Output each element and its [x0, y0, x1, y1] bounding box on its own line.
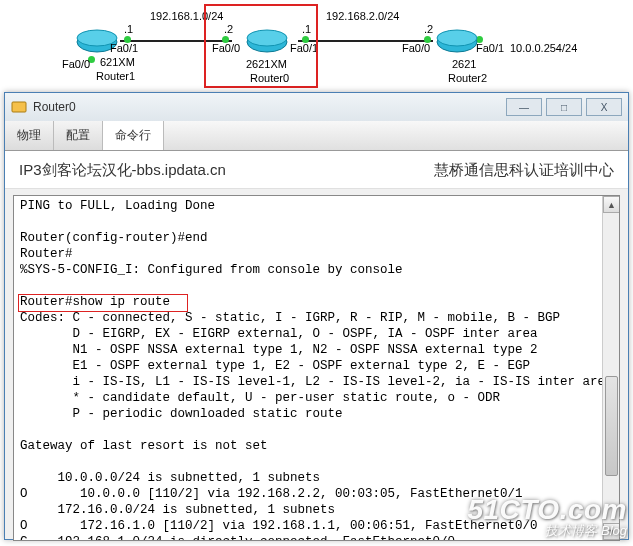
- terminal-scrollbar[interactable]: ▲ ▼: [602, 196, 619, 540]
- terminal-output[interactable]: PING to FULL, Loading Done Router(config…: [14, 196, 619, 541]
- scroll-up-button[interactable]: ▲: [603, 196, 620, 213]
- port-label: Fa0/1: [110, 42, 138, 54]
- headline-left: IP3剑客论坛汉化-bbs.ipdata.cn: [19, 161, 226, 180]
- maximize-button[interactable]: □: [546, 98, 582, 116]
- minimize-button[interactable]: —: [506, 98, 542, 116]
- port-label: Fa0/1: [476, 42, 504, 54]
- window-title: Router0: [33, 100, 502, 114]
- tab-bar: 物理 配置 命令行: [5, 121, 628, 151]
- selection-highlight: [204, 4, 318, 88]
- terminal-pane[interactable]: PING to FULL, Loading Done Router(config…: [13, 195, 620, 541]
- endpoint-label: .1: [124, 23, 133, 35]
- router-model: 2621: [452, 58, 476, 70]
- headline-right: 慧桥通信思科认证培训中心: [434, 161, 614, 180]
- router-window: Router0 — □ X 物理 配置 命令行 IP3剑客论坛汉化-bbs.ip…: [4, 92, 629, 540]
- router-label: Router1: [96, 70, 135, 82]
- endpoint-label: .2: [424, 23, 433, 35]
- tab-config[interactable]: 配置: [54, 121, 103, 150]
- port-label: Fa0/0: [62, 58, 90, 70]
- tab-physical[interactable]: 物理: [5, 121, 54, 150]
- watermark: 51CTO.com 技术博客 Blog: [467, 494, 627, 540]
- titlebar[interactable]: Router0 — □ X: [5, 93, 628, 121]
- close-button[interactable]: X: [586, 98, 622, 116]
- scroll-thumb[interactable]: [605, 376, 618, 476]
- command-highlight: [18, 294, 188, 312]
- headline-bar: IP3剑客论坛汉化-bbs.ipdata.cn 慧桥通信思科认证培训中心: [5, 151, 628, 189]
- svg-rect-6: [12, 102, 26, 112]
- ip-label: 10.0.0.254/24: [510, 42, 577, 54]
- router-label: Router2: [448, 72, 487, 84]
- window-icon: [11, 99, 27, 115]
- svg-point-5: [437, 30, 477, 46]
- topology-canvas: 192.168.1.0/24 192.168.2.0/24 .1 .2 .1 .…: [0, 0, 633, 88]
- port-label: Fa0/0: [402, 42, 430, 54]
- router-model: 621XM: [100, 56, 135, 68]
- tab-cli[interactable]: 命令行: [103, 121, 164, 150]
- subnet-label: 192.168.2.0/24: [326, 10, 399, 22]
- router-icon[interactable]: [436, 28, 478, 58]
